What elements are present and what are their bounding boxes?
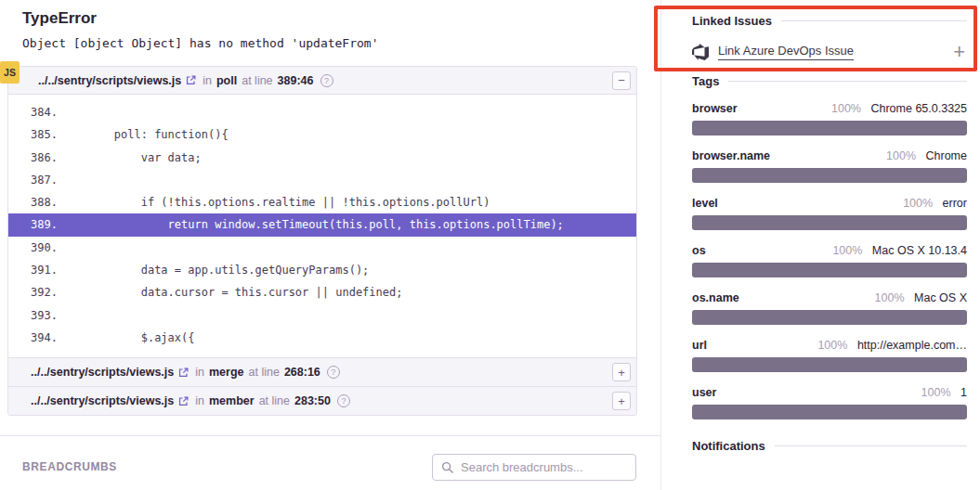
add-linked-issue-button[interactable]: + xyxy=(953,45,965,59)
code-line: 394. $.ajax({ xyxy=(8,327,636,349)
question-icon[interactable]: ? xyxy=(320,74,333,87)
frame-line-number: 268:16 xyxy=(284,366,320,379)
tag-value[interactable]: Chrome 65.0.3325 xyxy=(870,102,967,115)
code-line-number: 393. xyxy=(8,304,60,327)
code-line-number: 388. xyxy=(8,191,60,213)
code-line: 384. xyxy=(8,101,636,123)
at-line-label: at line xyxy=(259,394,290,407)
tag-item: level 100% error xyxy=(692,197,967,230)
tag-name[interactable]: level xyxy=(692,197,718,210)
question-icon[interactable]: ? xyxy=(327,366,340,379)
tag-name[interactable]: user xyxy=(692,386,716,399)
tag-percent: 100% xyxy=(875,291,905,304)
in-label: in xyxy=(203,74,212,87)
sidebar: Linked Issues Link Azure DevOps Issue + … xyxy=(661,0,980,453)
tag-percent: 100% xyxy=(903,197,933,210)
stack-frame-header[interactable]: ../../sentry/scripts/views.js in merge a… xyxy=(8,357,636,386)
frame-function: merge xyxy=(209,366,244,379)
code-line: 392. data.cursor = this.cursor || undefi… xyxy=(8,281,636,303)
external-link-icon[interactable] xyxy=(186,75,196,85)
code-line: 387. xyxy=(8,169,636,191)
tag-value[interactable]: http://example.com… xyxy=(857,339,967,352)
linked-issues-row: Link Azure DevOps Issue + xyxy=(692,44,967,60)
notifications-section: Notifications xyxy=(692,439,967,453)
tag-value-group: 100% 1 xyxy=(921,386,967,399)
linked-issues-heading: Linked Issues xyxy=(692,14,967,28)
tags-heading-label: Tags xyxy=(692,74,719,88)
heading-rule xyxy=(775,445,967,446)
collapse-frame-button[interactable]: − xyxy=(612,71,631,90)
tag-distribution-bar[interactable] xyxy=(692,357,967,372)
issue-detail-page: TypeError Object [object Object] has no … xyxy=(0,0,980,490)
main-column: TypeError Object [object Object] has no … xyxy=(0,0,660,490)
frame-function: member xyxy=(209,394,255,407)
breadcrumbs-heading: BREADCRUMBS xyxy=(22,460,117,473)
tag-name[interactable]: os xyxy=(692,244,706,257)
tag-item: url 100% http://example.com… xyxy=(692,339,967,372)
in-label: in xyxy=(195,366,204,379)
tag-item: browser.name 100% Chrome xyxy=(692,149,967,183)
tag-distribution-bar[interactable] xyxy=(692,215,967,230)
tag-distribution-bar[interactable] xyxy=(692,263,967,277)
tag-distribution-bar[interactable] xyxy=(692,168,967,183)
external-link-icon[interactable] xyxy=(178,368,189,378)
source-code-block: 384. 385. poll: function(){ 386. var dat… xyxy=(8,95,636,357)
tag-value-group: 100% Mac OS X 10.13.4 xyxy=(832,244,967,257)
frame-line-number: 389:46 xyxy=(278,74,314,87)
at-line-label: at line xyxy=(249,366,280,379)
tags-section: Tags browser 100% Chrome 65.0.3325 xyxy=(692,74,967,419)
tag-value[interactable]: Mac OS X xyxy=(914,291,967,304)
code-line-number: 384. xyxy=(8,101,60,123)
expand-frame-button[interactable]: + xyxy=(612,392,631,410)
code-line: 385. poll: function(){ xyxy=(8,123,636,146)
code-line: 393. xyxy=(8,304,636,327)
code-line-text: data.cursor = this.cursor || undefined; xyxy=(60,281,402,303)
tag-distribution-bar[interactable] xyxy=(692,405,967,419)
code-line-number: 387. xyxy=(8,169,60,191)
heading-rule xyxy=(728,81,967,82)
tag-name[interactable]: url xyxy=(692,339,707,352)
code-line: 390. xyxy=(8,237,636,259)
code-line-number: 390. xyxy=(8,237,60,259)
tag-distribution-bar[interactable] xyxy=(692,310,967,325)
tag-item: browser 100% Chrome 65.0.3325 xyxy=(692,102,967,135)
search-breadcrumbs-input[interactable] xyxy=(461,460,627,474)
tags-heading: Tags xyxy=(692,74,967,88)
breadcrumbs-search[interactable] xyxy=(432,454,636,481)
heading-rule xyxy=(781,20,967,21)
tag-item: os 100% Mac OS X 10.13.4 xyxy=(692,244,967,277)
tag-name[interactable]: browser xyxy=(692,102,738,115)
azure-devops-icon xyxy=(692,44,709,60)
tag-value[interactable]: Mac OS X 10.13.4 xyxy=(872,244,967,257)
linked-issues-heading-label: Linked Issues xyxy=(692,14,772,28)
tag-row: browser 100% Chrome 65.0.3325 xyxy=(692,102,967,115)
tag-item: os.name 100% Mac OS X xyxy=(692,291,967,325)
tag-row: level 100% error xyxy=(692,197,967,210)
code-line: 389. return window.setTimeout(this.poll,… xyxy=(8,213,636,236)
tag-row: url 100% http://example.com… xyxy=(692,339,967,352)
code-line: 386. var data; xyxy=(8,147,636,169)
tag-value-group: 100% Chrome xyxy=(886,149,967,162)
tag-value[interactable]: 1 xyxy=(960,386,967,399)
link-azure-devops-issue-link[interactable]: Link Azure DevOps Issue xyxy=(718,44,854,60)
expand-frame-button[interactable]: + xyxy=(612,363,631,381)
question-icon[interactable]: ? xyxy=(337,394,350,407)
external-link-icon[interactable] xyxy=(178,396,189,406)
code-line-text: $.ajax({ xyxy=(60,327,195,349)
tag-name[interactable]: browser.name xyxy=(692,149,770,162)
code-line: 388. if (!this.options.realtime || !this… xyxy=(8,191,636,213)
stack-frame-header[interactable]: ../../sentry/scripts/views.js in poll at… xyxy=(8,67,636,95)
stack-frame-header[interactable]: ../../sentry/scripts/views.js in member … xyxy=(8,386,636,415)
tag-value[interactable]: error xyxy=(943,197,967,210)
code-line-number: 386. xyxy=(8,147,60,169)
tag-name[interactable]: os.name xyxy=(692,291,739,304)
notifications-heading: Notifications xyxy=(692,439,967,453)
code-line-number: 392. xyxy=(8,281,60,303)
code-line-number: 391. xyxy=(8,259,60,281)
tag-value[interactable]: Chrome xyxy=(926,149,967,162)
tag-distribution-bar[interactable] xyxy=(692,121,967,135)
tag-percent: 100% xyxy=(831,102,861,115)
code-line-text: return window.setTimeout(this.poll, this… xyxy=(60,213,564,236)
frame-line-number: 283:50 xyxy=(294,394,331,407)
code-line: 391. data = app.utils.getQueryParams(); xyxy=(8,259,636,281)
